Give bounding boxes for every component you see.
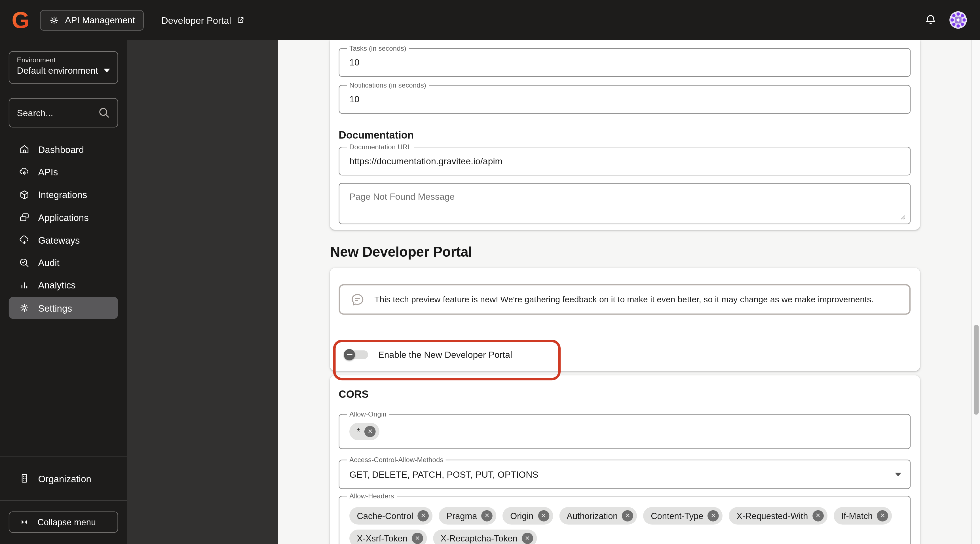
page-not-found-textarea[interactable] <box>339 184 910 224</box>
sidebar-item-apis[interactable]: APIs <box>9 161 118 183</box>
chip-remove-icon[interactable] <box>522 533 533 544</box>
new-developer-portal-heading: New Developer Portal <box>330 244 472 260</box>
chevron-down-icon <box>103 68 110 72</box>
chip-remove-icon[interactable] <box>812 510 824 522</box>
sidebar-item-label: APIs <box>38 167 58 177</box>
search-input[interactable] <box>17 108 99 117</box>
sidebar-item-label: Organization <box>38 473 91 484</box>
chip-label: * <box>357 427 360 436</box>
tech-preview-banner-text: This tech preview feature is new! We're … <box>374 295 873 304</box>
external-link-icon <box>236 16 245 24</box>
chip-allow-header: If-Match <box>834 507 892 525</box>
sidebar-item-label: Gateways <box>38 235 80 245</box>
resize-grip-icon[interactable] <box>900 214 906 220</box>
sidebar-item-applications[interactable]: Applications <box>9 206 118 228</box>
allow-methods-label: Access-Control-Allow-Methods <box>347 456 446 464</box>
environment-value: Default environment <box>17 65 98 75</box>
chip-allow-header: Cache-Control <box>349 507 433 525</box>
chip-label: X-Requested-With <box>737 511 808 521</box>
cloud-gear-icon <box>19 166 30 178</box>
sidebar-item-audit[interactable]: Audit <box>9 251 118 274</box>
stacked-cards-icon <box>19 212 30 223</box>
allow-origin-field[interactable]: Allow-Origin * <box>339 414 911 449</box>
chip-remove-icon[interactable] <box>622 510 633 522</box>
chip-label: X-Xsrf-Token <box>357 533 407 543</box>
chip-remove-icon[interactable] <box>412 533 423 544</box>
chip-allow-header: Pragma <box>439 507 496 525</box>
sidebar-item-label: Integrations <box>38 189 87 200</box>
sidebar-divider <box>0 457 127 457</box>
chevron-down-icon <box>895 472 901 476</box>
tasks-field-label: Tasks (in seconds) <box>347 44 409 52</box>
sidebar-nav: Dashboard APIs Integrati <box>9 138 118 319</box>
new-developer-portal-card: This tech preview feature is new! We're … <box>330 268 920 371</box>
chip-remove-icon[interactable] <box>538 510 549 522</box>
chip-label: Content-Type <box>651 511 703 521</box>
main-sidebar: Environment Default environment <box>0 40 127 544</box>
chip-label: Cache-Control <box>357 511 414 521</box>
chip-remove-icon[interactable] <box>877 510 888 522</box>
chip-remove-icon[interactable] <box>708 510 719 522</box>
chip-label: Origin <box>510 511 533 521</box>
product-switcher-button[interactable]: API Management <box>40 10 144 30</box>
cors-card: CORS Allow-Origin * Access-Control-Allow… <box>330 376 920 544</box>
environment-label: Environment <box>17 56 110 63</box>
tasks-input[interactable] <box>339 49 910 76</box>
collapse-menu-label: Collapse menu <box>37 517 96 527</box>
gear-icon <box>19 302 30 314</box>
sidebar-search <box>9 98 118 127</box>
allow-methods-field[interactable]: Access-Control-Allow-Methods GET, DELETE… <box>339 460 911 489</box>
developer-portal-link[interactable]: Developer Portal <box>161 15 245 25</box>
top-bar: G API Management Developer Portal <box>0 0 980 40</box>
collapse-menu-button[interactable]: Collapse menu <box>9 511 118 533</box>
chip-remove-icon[interactable] <box>482 510 493 522</box>
chip-label: Pragma <box>446 511 477 521</box>
search-icon <box>98 107 110 119</box>
chip-remove-icon[interactable] <box>365 426 376 437</box>
environment-selector[interactable]: Environment Default environment <box>9 51 118 84</box>
enable-portal-toggle-label: Enable the New Developer Portal <box>378 350 512 360</box>
chip-allow-header: X-Requested-With <box>729 507 827 525</box>
user-avatar[interactable] <box>950 11 967 29</box>
portal-settings-card: Tasks (in seconds) Notifications (in sec… <box>330 40 920 230</box>
documentation-url-label: Documentation URL <box>347 143 414 151</box>
sidebar-item-label: Settings <box>38 303 72 313</box>
settings-page-content: Tasks (in seconds) Notifications (in sec… <box>278 40 980 544</box>
sidebar-item-integrations[interactable]: Integrations <box>9 183 118 206</box>
enable-portal-toggle[interactable] <box>345 349 368 361</box>
developer-portal-label: Developer Portal <box>161 15 231 25</box>
sidebar-item-analytics[interactable]: Analytics <box>9 274 118 297</box>
allow-origin-label: Allow-Origin <box>347 410 389 419</box>
chip-label: X-Recaptcha-Token <box>441 533 517 543</box>
toggle-thumb-minus-icon <box>344 349 355 360</box>
sidebar-item-settings[interactable]: Settings <box>9 297 118 319</box>
cors-heading: CORS <box>339 389 911 400</box>
header-actions <box>924 11 980 29</box>
allow-headers-field[interactable]: Allow-Headers Cache-Control Pragma Origi… <box>339 496 911 544</box>
tech-preview-banner: This tech preview feature is new! We're … <box>339 284 911 315</box>
sidebar-item-organization[interactable]: Organization <box>9 467 118 490</box>
allow-methods-select[interactable]: GET, DELETE, PATCH, POST, PUT, OPTIONS <box>339 460 910 488</box>
cloud-node-icon <box>19 234 30 246</box>
bell-icon[interactable] <box>924 13 937 27</box>
sidebar-item-gateways[interactable]: Gateways <box>9 228 118 251</box>
chip-allow-header: Content-Type <box>643 507 723 525</box>
sidebar-item-label: Dashboard <box>38 144 84 154</box>
magnifier-check-icon <box>19 257 30 268</box>
chip-remove-icon[interactable] <box>418 510 429 522</box>
product-switcher-label: API Management <box>65 15 135 25</box>
page-scrollbar[interactable] <box>971 40 980 544</box>
tasks-field: Tasks (in seconds) <box>339 48 911 77</box>
chip-allow-origin: * <box>349 423 380 440</box>
sidebar-item-dashboard[interactable]: Dashboard <box>9 138 118 161</box>
sidebar-item-label: Analytics <box>38 280 75 290</box>
documentation-url-field: Documentation URL <box>339 147 911 175</box>
chip-label: Authorization <box>566 511 617 521</box>
notifications-input[interactable] <box>339 86 910 113</box>
allow-methods-value: GET, DELETE, PATCH, POST, PUT, OPTIONS <box>349 469 538 479</box>
gravitee-logo-icon[interactable]: G <box>10 6 32 34</box>
scrollbar-thumb[interactable] <box>974 325 978 414</box>
documentation-url-input[interactable] <box>339 147 910 175</box>
page-not-found-field <box>339 183 911 224</box>
home-icon <box>19 144 30 155</box>
